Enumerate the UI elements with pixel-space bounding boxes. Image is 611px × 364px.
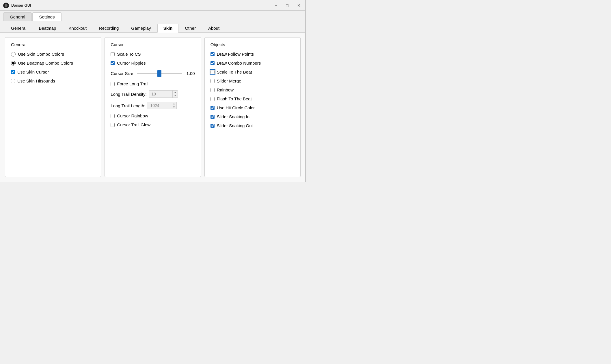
- long-trail-density-label: Long Trail Density:: [111, 92, 146, 97]
- panel-area: General Use Skin Combo Colors Use Beatma…: [0, 33, 305, 182]
- tab-general-top[interactable]: General: [3, 12, 32, 21]
- slider-merge-label: Slider Merge: [217, 78, 241, 83]
- use-skin-cursor-checkbox[interactable]: [11, 70, 15, 74]
- window-title: Danser GUI: [11, 3, 31, 7]
- sub-tab-other[interactable]: Other: [179, 24, 202, 32]
- flash-to-beat-row: Flash To The Beat: [211, 96, 295, 101]
- use-skin-hitsounds-label: Use Skin Hitsounds: [17, 78, 55, 83]
- main-window: Danser GUI − □ ✕ General Settings Genera…: [0, 0, 306, 182]
- use-beatmap-combo-label: Use Beatmap Combo Colors: [18, 61, 73, 65]
- scale-to-cs-checkbox[interactable]: [111, 52, 115, 56]
- long-trail-length-label: Long Trail Length:: [111, 103, 145, 108]
- use-skin-hitsounds-checkbox[interactable]: [11, 79, 15, 83]
- force-long-trail-label: Force Long Trail: [117, 81, 148, 86]
- flash-to-beat-checkbox[interactable]: [211, 97, 215, 101]
- objects-panel: Objects Draw Follow Points Draw Combo Nu…: [204, 37, 301, 177]
- cursor-rainbow-row: Cursor Rainbow: [111, 113, 195, 118]
- cursor-trail-glow-label: Cursor Trail Glow: [117, 122, 150, 127]
- slider-snaking-in-label: Slider Snaking In: [217, 114, 249, 119]
- sub-tab-recording[interactable]: Recording: [93, 24, 125, 32]
- long-trail-density-down[interactable]: ▼: [173, 94, 178, 97]
- scale-to-cs-label: Scale To CS: [117, 52, 141, 57]
- sub-tab-skin[interactable]: Skin: [157, 24, 179, 33]
- title-bar-left: Danser GUI: [3, 3, 31, 8]
- sub-tab-knockout[interactable]: Knockout: [62, 24, 93, 32]
- maximize-button[interactable]: □: [284, 3, 290, 8]
- draw-combo-numbers-row: Draw Combo Numbers: [211, 61, 295, 65]
- long-trail-density-up[interactable]: ▲: [173, 91, 178, 94]
- sub-tabs: General Beatmap Knockout Recording Gamep…: [0, 21, 305, 33]
- use-beatmap-combo-radio[interactable]: [11, 61, 16, 65]
- cursor-trail-glow-checkbox[interactable]: [111, 123, 115, 127]
- title-bar: Danser GUI − □ ✕: [0, 0, 305, 11]
- use-hit-circle-color-label: Use Hit Circle Color: [217, 105, 255, 110]
- slider-merge-checkbox[interactable]: [211, 79, 215, 83]
- main-content: General Beatmap Knockout Recording Gamep…: [0, 21, 305, 182]
- divider-2: [111, 80, 195, 80]
- long-trail-density-row: Long Trail Density: ▲ ▼: [111, 90, 195, 98]
- use-skin-combo-radio[interactable]: [11, 52, 16, 57]
- draw-combo-numbers-checkbox[interactable]: [211, 61, 215, 65]
- objects-panel-title: Objects: [211, 42, 295, 47]
- sub-tab-beatmap[interactable]: Beatmap: [33, 24, 62, 32]
- scale-to-beat-row: Scale To The Beat: [211, 70, 295, 74]
- top-tabs: General Settings: [0, 11, 305, 21]
- long-trail-length-row: Long Trail Length: ▲ ▼: [111, 102, 195, 109]
- use-skin-cursor-row: Use Skin Cursor: [11, 70, 95, 74]
- scale-to-beat-checkbox[interactable]: [211, 70, 215, 74]
- rainbow-label: Rainbow: [217, 87, 234, 92]
- minimize-button[interactable]: −: [273, 3, 279, 8]
- slider-snaking-out-label: Slider Snaking Out: [217, 123, 253, 128]
- slider-snaking-out-checkbox[interactable]: [211, 124, 215, 128]
- sub-tab-gameplay[interactable]: Gameplay: [125, 24, 157, 32]
- long-trail-length-spinner: ▲ ▼: [148, 102, 177, 109]
- use-hit-circle-color-checkbox[interactable]: [211, 106, 215, 110]
- cursor-size-row: Cursor Size: 1.00: [111, 71, 195, 76]
- sub-tab-about[interactable]: About: [202, 24, 226, 32]
- rainbow-row: Rainbow: [211, 87, 295, 92]
- cursor-trail-glow-row: Cursor Trail Glow: [111, 122, 195, 127]
- slider-snaking-in-row: Slider Snaking In: [211, 114, 295, 119]
- use-skin-combo-row: Use Skin Combo Colors: [11, 52, 95, 57]
- cursor-ripples-row: Cursor Ripples: [111, 61, 195, 65]
- long-trail-length-down[interactable]: ▼: [171, 106, 176, 109]
- general-panel: General Use Skin Combo Colors Use Beatma…: [5, 37, 101, 177]
- app-icon-inner: [5, 4, 8, 7]
- app-icon: [3, 3, 9, 8]
- scale-to-beat-label: Scale To The Beat: [217, 70, 252, 74]
- slider-merge-row: Slider Merge: [211, 78, 295, 83]
- draw-combo-numbers-label: Draw Combo Numbers: [217, 61, 261, 65]
- cursor-size-slider[interactable]: [137, 73, 182, 74]
- cursor-panel-title: Cursor: [111, 42, 195, 47]
- close-button[interactable]: ✕: [295, 3, 302, 8]
- sub-tab-general[interactable]: General: [5, 24, 32, 32]
- cursor-rainbow-checkbox[interactable]: [111, 114, 115, 118]
- cursor-size-slider-container: [137, 73, 182, 74]
- cursor-ripples-checkbox[interactable]: [111, 61, 115, 65]
- use-skin-cursor-label: Use Skin Cursor: [17, 70, 49, 74]
- cursor-size-label: Cursor Size:: [111, 71, 135, 76]
- tab-settings-top[interactable]: Settings: [32, 12, 61, 21]
- slider-snaking-out-row: Slider Snaking Out: [211, 123, 295, 128]
- long-trail-length-arrows: ▲ ▼: [171, 102, 176, 109]
- rainbow-checkbox[interactable]: [211, 88, 215, 92]
- draw-follow-points-label: Draw Follow Points: [217, 52, 254, 57]
- use-skin-hitsounds-row: Use Skin Hitsounds: [11, 78, 95, 83]
- cursor-panel: Cursor Scale To CS Cursor Ripples Cursor…: [105, 37, 201, 177]
- cursor-ripples-label: Cursor Ripples: [117, 61, 146, 65]
- long-trail-density-spinner: ▲ ▼: [149, 90, 178, 98]
- long-trail-length-input[interactable]: [148, 102, 171, 109]
- flash-to-beat-label: Flash To The Beat: [217, 96, 252, 101]
- long-trail-length-up[interactable]: ▲: [171, 102, 176, 106]
- force-long-trail-row: Force Long Trail: [111, 81, 195, 86]
- long-trail-density-input[interactable]: [149, 91, 172, 97]
- use-beatmap-combo-row: Use Beatmap Combo Colors: [11, 61, 95, 65]
- cursor-rainbow-label: Cursor Rainbow: [117, 113, 148, 118]
- use-skin-combo-label: Use Skin Combo Colors: [18, 52, 64, 57]
- cursor-size-value: 1.00: [185, 71, 195, 76]
- window-controls: − □ ✕: [273, 3, 302, 8]
- slider-snaking-in-checkbox[interactable]: [211, 115, 215, 119]
- draw-follow-points-checkbox[interactable]: [211, 52, 215, 56]
- force-long-trail-checkbox[interactable]: [111, 82, 115, 86]
- use-hit-circle-color-row: Use Hit Circle Color: [211, 105, 295, 110]
